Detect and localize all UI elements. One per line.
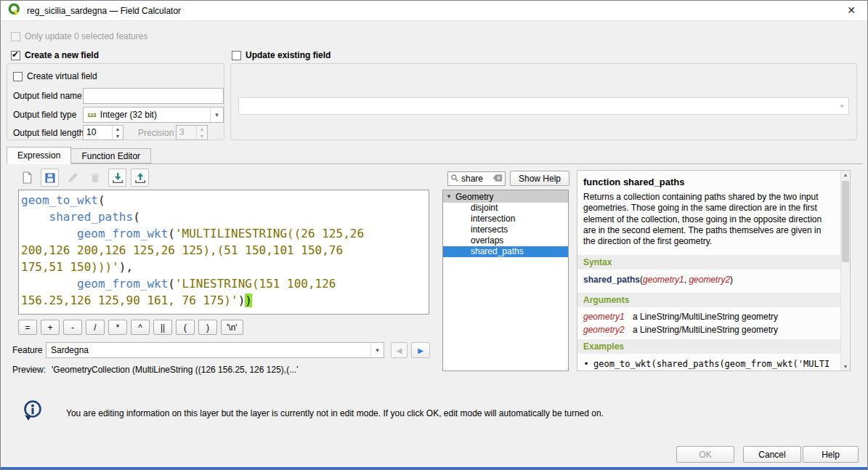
create-virtual-field-label: Create virtual field [27, 71, 97, 81]
output-field-length-label: Output field length [13, 128, 84, 138]
output-field-length-stepper[interactable]: 10 ▲▼ [83, 125, 123, 140]
function-search[interactable] [447, 171, 506, 186]
function-tree-item[interactable]: intersection [443, 214, 568, 224]
function-tree-item[interactable]: overlaps [443, 235, 568, 246]
output-field-name-input[interactable] [83, 88, 224, 104]
update-existing-field-label: Update existing field [246, 50, 330, 60]
operator-button[interactable]: '\n' [221, 320, 243, 335]
argument-row: geometry2a LineString/MultiLineString ge… [577, 323, 840, 336]
help-example: • geom_to_wkt(shared_paths(geom_from_wkt… [577, 354, 840, 370]
arguments-header: Arguments [577, 293, 840, 307]
precision-value: 3 [177, 126, 196, 139]
tree-group-geometry[interactable]: ▼ Geometry [443, 190, 568, 203]
field-calculator-dialog: reg_sicilia_sardegna — Field Calculator … [0, 0, 868, 470]
output-field-type-label: Output field type [13, 110, 76, 120]
operator-button[interactable]: ( [176, 320, 195, 335]
chevron-down-icon: ▾ [370, 343, 384, 357]
syntax-arg2: geometry2 [689, 275, 730, 285]
search-icon [450, 174, 459, 185]
import-expression-button[interactable] [108, 169, 126, 187]
scroll-up-icon[interactable]: ▲ [841, 172, 850, 177]
clear-search-icon[interactable] [492, 174, 503, 185]
function-tree[interactable]: ▼ Geometry disjointintersectionintersect… [442, 190, 569, 371]
bullet-icon: • [585, 359, 588, 369]
argument-row: geometry1a LineString/MultiLineString ge… [577, 310, 840, 323]
syntax-arg1: geometry1 [643, 275, 684, 285]
only-update-label: Only update 0 selected features [25, 31, 147, 41]
help-title: function shared_paths [577, 171, 840, 192]
function-tree-item[interactable]: disjoint [443, 203, 568, 214]
example-code-line-1: geom_to_wkt(shared_paths(geom_from_wkt('… [593, 359, 837, 370]
help-panel: function shared_paths Returns a collecti… [577, 170, 851, 371]
feature-label: Feature [12, 345, 42, 355]
scrollbar-thumb[interactable] [842, 181, 849, 262]
preview-value: 'GeometryCollection (MultiLineString ((1… [52, 365, 298, 375]
spin-up-icon[interactable]: ▲ [113, 126, 123, 133]
qgis-logo-icon [8, 3, 21, 18]
create-new-field-checkbox[interactable]: Create a new field [11, 50, 99, 60]
chevron-down-icon: ▾ [210, 108, 223, 122]
example-code-line-2: LINESTRING((26 125,26 200,126 200,126 12… [593, 370, 837, 370]
close-icon[interactable]: ✕ [847, 4, 856, 16]
info-icon [20, 399, 44, 426]
function-tree-item[interactable]: shared_paths [443, 246, 568, 257]
tab-function-editor[interactable]: Function Editor [71, 148, 151, 163]
cancel-button[interactable]: Cancel [743, 446, 801, 463]
operator-button[interactable]: ^ [131, 320, 150, 335]
tree-group-label: Geometry [455, 192, 494, 202]
titlebar: reg_sicilia_sardegna — Field Calculator … [1, 1, 867, 21]
checkbox-checked-icon [11, 51, 20, 60]
output-field-name-label: Output field name [13, 91, 82, 101]
precision-label: Precision [138, 128, 174, 138]
export-expression-button[interactable] [131, 169, 149, 187]
help-scrollbar[interactable]: ▲ ▼ [840, 171, 850, 370]
operator-button[interactable]: * [108, 320, 127, 335]
tab-function-editor-label: Function Editor [81, 151, 140, 161]
preview-label: Preview: [12, 365, 46, 375]
save-expression-button[interactable] [41, 169, 59, 187]
function-tree-items: disjointintersectionintersectsoverlapssh… [443, 203, 568, 257]
precision-stepper: 3 ▲▼ [176, 125, 208, 140]
edit-mode-warning: You are editing information on this laye… [66, 408, 618, 418]
function-search-input[interactable] [461, 174, 490, 184]
output-field-length-value: 10 [84, 126, 112, 139]
operator-button[interactable]: + [41, 320, 60, 335]
update-existing-field-checkbox[interactable]: Update existing field [232, 50, 330, 60]
function-tree-item[interactable]: intersects [443, 224, 568, 235]
tabbar: Expression Function Editor [7, 147, 863, 164]
ok-button[interactable]: OK [676, 446, 734, 463]
feature-next-button[interactable]: ▶ [411, 342, 430, 358]
syntax-header: Syntax [577, 255, 840, 270]
expression-toolbar [18, 169, 149, 187]
only-update-checkbox: Only update 0 selected features [11, 31, 147, 41]
show-help-button[interactable]: Show Help [510, 171, 569, 186]
arrow-right-icon: ▶ [418, 347, 423, 354]
feature-value: Sardegna [46, 345, 370, 355]
feature-select[interactable]: Sardegna ▾ [46, 342, 384, 358]
syntax-signature: shared_paths(geometry1, geometry2) [577, 270, 840, 290]
tab-expression-label: Expression [17, 150, 60, 161]
output-field-type-select[interactable]: 123 Integer (32 bit) ▾ [83, 107, 224, 123]
scroll-down-icon[interactable]: ▼ [841, 364, 850, 369]
checkbox-icon [11, 32, 20, 41]
edit-expression-button [63, 169, 81, 187]
operator-button[interactable]: = [18, 320, 37, 335]
new-expression-button[interactable] [18, 169, 36, 187]
operator-button[interactable]: ) [198, 320, 217, 335]
existing-field-groupbox: ▾ [230, 63, 857, 140]
help-button[interactable]: Help [803, 446, 859, 463]
create-virtual-field-checkbox[interactable]: Create virtual field [13, 71, 97, 81]
operator-button[interactable]: || [153, 320, 172, 335]
expand-triangle-icon[interactable]: ▼ [446, 193, 452, 200]
spin-down-icon: ▼ [197, 133, 207, 140]
operator-button[interactable]: - [63, 320, 82, 335]
spin-down-icon[interactable]: ▼ [113, 133, 123, 140]
checkbox-icon [13, 72, 23, 81]
arrow-left-icon: ◀ [397, 347, 402, 354]
expression-editor[interactable]: geom_to_wkt( shared_paths( geom_from_wkt… [18, 190, 429, 315]
examples-header: Examples [577, 339, 840, 354]
integer-type-icon: 123 [87, 112, 96, 118]
help-description: Returns a collection containing paths sh… [577, 192, 840, 252]
operator-button[interactable]: / [86, 320, 105, 335]
tab-expression[interactable]: Expression [7, 147, 71, 164]
